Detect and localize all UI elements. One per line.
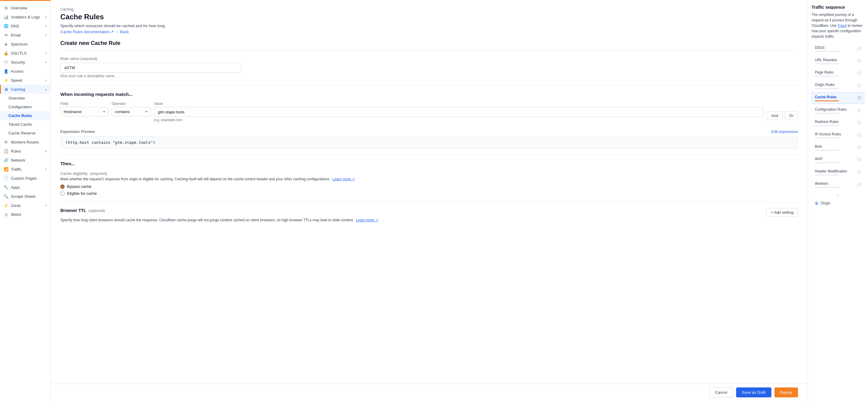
info-icon[interactable]: ⓘ [858, 157, 861, 163]
sidebar-item-label: Cache Reserve [8, 131, 36, 135]
ts-item[interactable]: DDoS ⓘ [812, 43, 864, 55]
sidebar-item-dns[interactable]: 🌐 DNS ▾ [0, 22, 51, 30]
cancel-button[interactable]: Cancel [709, 388, 733, 397]
sidebar-item-web3[interactable]: ◎ Web3 [0, 210, 51, 219]
info-icon[interactable]: ⓘ [858, 46, 861, 51]
radio-eligible[interactable]: Eligible for cache [60, 191, 798, 196]
info-icon[interactable]: ⓘ [858, 170, 861, 175]
or-button[interactable]: Or [785, 111, 798, 120]
ts-item-label: Redirect Rules [815, 120, 839, 124]
sidebar-item-spectrum[interactable]: ◈ Spectrum [0, 39, 51, 48]
sidebar-item-caching[interactable]: 🖥 Caching ▴ [0, 85, 51, 94]
sidebar-item-zaraz[interactable]: ⚡ Zaraz ▾ [0, 201, 51, 210]
info-icon[interactable]: ⓘ [858, 59, 861, 64]
ts-bar [815, 88, 839, 89]
ts-item[interactable]: Origin Rules ⓘ [812, 80, 864, 92]
info-icon[interactable]: ⓘ [858, 96, 861, 101]
learn-more-link[interactable]: Learn more ↗ [332, 177, 355, 181]
info-icon[interactable]: ⓘ [858, 120, 861, 126]
sidebar-item-overview[interactable]: ⊞ Overview [0, 3, 51, 12]
ts-desc: The simplified journey of a request as i… [812, 12, 864, 39]
sidebar-item-label: Configuration [8, 105, 32, 109]
sidebar-item-cache-rules[interactable]: Cache Rules [0, 111, 51, 120]
ts-bar [815, 125, 839, 126]
sidebar-item-tiered-cache[interactable]: Tiered Cache [0, 120, 51, 129]
ts-item[interactable]: Configuration Rules ⓘ [812, 105, 864, 116]
value-input[interactable] [154, 107, 764, 117]
ts-title: Traffic sequence [812, 5, 864, 10]
sidebar-item-access[interactable]: 👤 Access [0, 67, 51, 76]
ts-item-left: IP Access Rules [815, 132, 841, 138]
sidebar-item-email[interactable]: ✉ Email ▾ [0, 30, 51, 39]
ts-item-label: WAF [815, 157, 839, 161]
sidebar-item-label: Speed [11, 78, 22, 82]
sidebar-item-label: Overview [8, 96, 25, 100]
sidebar-item-workers-routes[interactable]: ⚙ Workers Routes [0, 137, 51, 146]
sidebar-item-label: Caching [11, 87, 25, 92]
trace-link[interactable]: Trace [838, 24, 846, 28]
ts-item[interactable]: Header Modification ⓘ [812, 166, 864, 178]
footer-bar: Cancel Save as Draft Deploy [51, 383, 808, 401]
save-draft-button[interactable]: Save as Draft [736, 388, 771, 397]
add-setting-button[interactable]: + Add setting [766, 208, 798, 217]
field-col-field: Field Hostname URI IP Source Address [60, 102, 108, 116]
and-button[interactable]: And [767, 111, 783, 120]
browser-ttl-learn-more[interactable]: Learn more ↗ [356, 218, 379, 222]
rules-icon: 📋 [4, 148, 8, 154]
info-icon[interactable]: ⓘ [858, 108, 861, 113]
ts-item[interactable]: Page Rules ⓘ [812, 68, 864, 79]
ts-item[interactable]: Workers ⓘ [812, 179, 864, 191]
field-select[interactable]: Hostname URI IP Source Address [60, 107, 108, 116]
sidebar-item-rules[interactable]: 📋 Rules ▾ [0, 146, 51, 156]
sidebar-item-ssltls[interactable]: 🔒 SSL/TLS ▾ [0, 48, 51, 58]
deploy-button[interactable]: Deploy [774, 388, 798, 397]
ts-item[interactable]: Cache Rules ⓘ [812, 92, 864, 104]
radio-bypass-input[interactable] [60, 185, 65, 189]
chevron-icon: ▾ [45, 52, 47, 55]
sidebar-item-network[interactable]: 🔗 Network [0, 156, 51, 165]
ts-item-label: DDoS [815, 45, 839, 50]
sidebar-item-traffic[interactable]: 📶 Traffic ▾ [0, 165, 51, 174]
ts-item[interactable]: Redirect Rules ⓘ [812, 117, 864, 129]
sidebar-item-speed[interactable]: ⚡ Speed ▾ [0, 76, 51, 85]
operator-select[interactable]: contains equals starts with ends with ma… [112, 107, 151, 116]
ts-item[interactable]: IP Access Rules ⓘ [812, 129, 864, 141]
edit-expression-link[interactable]: Edit expression [771, 129, 798, 134]
ts-item[interactable]: URL Rewrites ⓘ [812, 55, 864, 67]
ts-item-label: Configuration Rules [815, 107, 846, 111]
rule-name-input[interactable] [60, 63, 242, 73]
radio-bypass[interactable]: Bypass cache [60, 184, 798, 189]
info-icon[interactable]: ⓘ [858, 71, 861, 76]
page-description: Specify which resources should be cached… [60, 24, 798, 28]
sidebar-item-caching-configuration[interactable]: Configuration [0, 102, 51, 111]
ts-item[interactable]: Bots ⓘ [812, 142, 864, 154]
ssl-icon: 🔒 [4, 51, 8, 56]
sidebar-item-scrape-shield[interactable]: 🔍 Scrape Shield [0, 192, 51, 201]
chevron-icon: ▾ [45, 168, 47, 171]
ts-item-label: Header Modification [815, 169, 847, 173]
sidebar-item-custom-pages[interactable]: 📄 Custom Pages [0, 174, 51, 183]
sidebar-item-caching-overview[interactable]: Overview [0, 94, 51, 102]
sidebar-item-label: Rules [11, 149, 21, 154]
sidebar-item-cache-reserve[interactable]: Cache Reserve [0, 129, 51, 137]
traffic-icon: 📶 [4, 167, 8, 172]
sidebar-item-label: Cache Rules [8, 113, 32, 118]
browser-ttl-title: Browser TTL [60, 208, 86, 213]
sidebar-item-analytics[interactable]: 📊 Analytics & Logs ▾ [0, 12, 51, 22]
radio-eligible-input[interactable] [60, 192, 65, 196]
ts-item[interactable]: WAF ⓘ [812, 154, 864, 166]
ts-item-left: Cache Rules [815, 95, 839, 101]
value-label: Value [154, 102, 764, 106]
logic-btn-group: And Or [767, 111, 798, 122]
ts-bar [815, 187, 839, 188]
info-icon[interactable]: ⓘ [858, 133, 861, 138]
back-link[interactable]: ← Back [115, 30, 129, 34]
doc-link[interactable]: Cache Rules documentation ↗ [60, 30, 114, 34]
sidebar-item-apps[interactable]: 🔧 Apps [0, 183, 51, 192]
info-icon[interactable]: ⓘ [858, 145, 861, 150]
info-icon[interactable]: ⓘ [858, 83, 861, 88]
sidebar-item-security[interactable]: 🛡 Security ▾ [0, 58, 51, 67]
ts-item-label: Cache Rules [815, 95, 839, 99]
info-icon[interactable]: ⓘ [858, 182, 861, 187]
doc-link-text: Cache Rules documentation [60, 30, 110, 34]
